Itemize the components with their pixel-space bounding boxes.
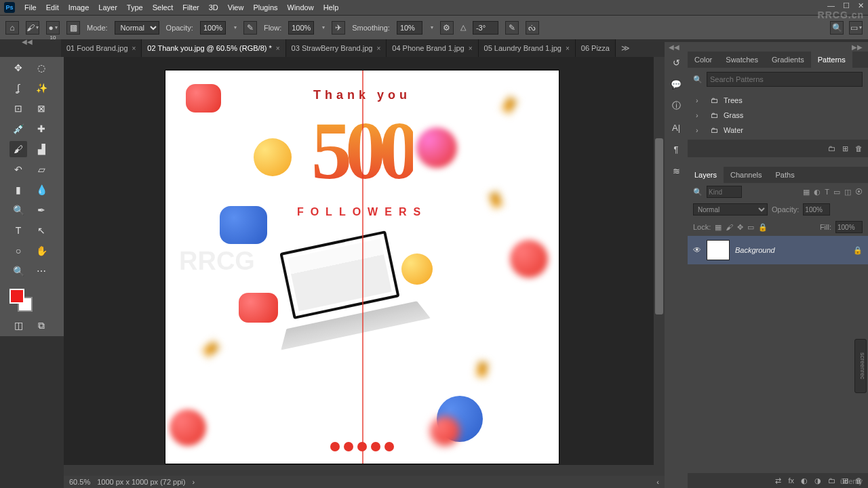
layer-background[interactable]: 👁 Background 🔒 [688, 236, 868, 264]
filter-type-icon[interactable]: T [825, 188, 829, 197]
blend-mode-select[interactable]: Normal [115, 21, 159, 35]
edit-toolbar[interactable]: ⋯ [33, 263, 50, 279]
filter-smart-icon[interactable]: ◫ [844, 188, 851, 197]
menu-select[interactable]: Select [153, 3, 174, 12]
mask-icon[interactable]: ◐ [801, 476, 808, 485]
collapse-icon[interactable]: ▶▶ [852, 43, 863, 51]
menu-view[interactable]: View [228, 3, 244, 12]
stamp-tool[interactable]: ▟ [33, 141, 50, 157]
brush-preset-icon[interactable]: 🖌▾ [26, 21, 39, 35]
menu-filter[interactable]: Filter [182, 3, 199, 12]
delete-icon[interactable]: 🗑 [855, 144, 863, 152]
dodge-tool[interactable]: 🔍 [9, 202, 27, 218]
lock-all-icon[interactable]: 🔒 [758, 223, 768, 232]
folder-grass[interactable]: ›🗀Grass [696, 111, 860, 119]
fx-icon[interactable]: fx [788, 476, 794, 485]
menu-plugins[interactable]: Plugins [253, 3, 277, 12]
collapse-icon[interactable]: ◀◀ [669, 43, 679, 51]
shape-tool[interactable]: ○ [9, 243, 27, 259]
close-icon[interactable]: × [376, 45, 380, 52]
smoothing-options-icon[interactable]: ⚙ [440, 21, 454, 35]
angle-input[interactable]: -3° [473, 21, 498, 35]
doc-info[interactable]: 1000 px x 1000 px (72 ppi) [97, 478, 185, 486]
doc-tab-01[interactable]: 01 Food Brand.jpg× [61, 39, 142, 57]
adjustments-icon[interactable]: ≋ [669, 164, 683, 178]
wand-tool[interactable]: ✨ [33, 80, 50, 96]
menu-image[interactable]: Image [68, 3, 90, 12]
layer-filter-input[interactable] [707, 186, 742, 198]
screenrec-widget[interactable]: screenrec [854, 339, 867, 393]
frame-tool[interactable]: ⊠ [33, 100, 50, 117]
screenmode-tool[interactable]: ⧉ [33, 317, 50, 333]
pressure-opacity-icon[interactable]: ✎ [243, 21, 257, 35]
layer-fill-input[interactable] [835, 221, 863, 233]
filter-adjust-icon[interactable]: ◐ [814, 188, 821, 197]
foreground-color[interactable] [9, 289, 24, 304]
tab-paths[interactable]: Paths [769, 167, 802, 183]
doc-tab-05[interactable]: 05 Laundry Brand 1.jpg× [479, 39, 576, 57]
tab-gradients[interactable]: Gradients [765, 52, 811, 68]
menu-layer[interactable]: Layer [98, 3, 117, 12]
new-folder-icon[interactable]: 🗀 [828, 144, 835, 152]
maximize-icon[interactable]: ☐ [843, 1, 850, 10]
eyedropper-tool[interactable]: 💉 [9, 121, 27, 137]
close-icon[interactable]: × [469, 45, 473, 52]
blur-tool[interactable]: 💧 [33, 182, 50, 198]
tab-layers[interactable]: Layers [688, 167, 724, 183]
link-icon[interactable]: ⇄ [775, 476, 781, 485]
lasso-tool[interactable]: ʆ [9, 80, 27, 96]
history-brush-tool[interactable]: ↶ [9, 161, 27, 178]
workspace-icon[interactable]: ▭▾ [849, 21, 863, 35]
doc-tab-06[interactable]: 06 Pizza [576, 39, 616, 57]
smoothing-input[interactable]: 10% [397, 21, 422, 35]
collapse-left-icon[interactable]: ◀◀ [22, 38, 33, 45]
layer-blend-select[interactable]: Normal [693, 203, 768, 216]
tab-overflow-icon[interactable]: ≫ [618, 43, 633, 53]
gradient-tool[interactable]: ▮ [9, 182, 27, 198]
pressure-size-icon[interactable]: ✎ [505, 21, 519, 35]
new-pattern-icon[interactable]: ⊞ [842, 144, 848, 153]
zoom-value[interactable]: 60.5% [69, 478, 90, 486]
vertical-scrollbar[interactable] [654, 57, 665, 476]
history-icon[interactable]: ↺ [669, 56, 683, 69]
lock-icon[interactable]: 🔒 [853, 246, 863, 255]
folder-water[interactable]: ›🗀Water [696, 126, 860, 134]
tab-patterns[interactable]: Patterns [811, 52, 852, 68]
filter-shape-icon[interactable]: ▭ [833, 188, 840, 197]
hand-tool[interactable]: ✋ [33, 243, 50, 259]
airbrush-icon[interactable]: ✈ [332, 21, 345, 35]
close-icon[interactable]: × [566, 45, 570, 52]
group-icon[interactable]: 🗀 [828, 476, 835, 485]
document-canvas[interactable]: Thank you 500 FOLLOWERS RRCG [165, 70, 559, 464]
pen-tool[interactable]: ✒ [33, 202, 50, 218]
new-layer-icon[interactable]: ⊞ [842, 476, 848, 485]
chevron-right-icon[interactable]: › [192, 478, 195, 486]
filter-toggle-icon[interactable]: ⦿ [855, 188, 863, 197]
marquee-tool[interactable]: ◌ [33, 60, 50, 76]
properties-icon[interactable]: ⓘ [669, 99, 683, 113]
flow-input[interactable]: 100% [288, 21, 314, 35]
pattern-search-input[interactable] [707, 72, 863, 87]
home-icon[interactable]: ⌂ [5, 21, 19, 35]
eraser-tool[interactable]: ▱ [33, 161, 50, 178]
character-icon[interactable]: A| [669, 121, 683, 134]
zoom-tool[interactable]: 🔍 [9, 263, 27, 279]
brush-settings-icon[interactable]: ▩ [66, 21, 80, 35]
brush-tip-icon[interactable]: ●▾10 [46, 21, 60, 35]
menu-edit[interactable]: Edit [46, 3, 59, 12]
menu-3d[interactable]: 3D [209, 3, 218, 12]
opacity-input[interactable]: 100% [200, 21, 226, 35]
horizontal-scrollbar[interactable] [64, 465, 654, 476]
menu-type[interactable]: Type [127, 3, 143, 12]
close-icon[interactable]: ✕ [858, 1, 864, 10]
quickmask-tool[interactable]: ◫ [9, 317, 27, 333]
symmetry-icon[interactable]: ᔔ [526, 21, 539, 35]
brush-tool[interactable]: 🖌 [9, 141, 27, 157]
folder-trees[interactable]: ›🗀Trees [696, 96, 860, 104]
close-icon[interactable]: × [132, 45, 136, 52]
visibility-icon[interactable]: 👁 [693, 245, 701, 255]
lock-paint-icon[interactable]: 🖌 [726, 223, 733, 231]
move-tool[interactable]: ✥ [9, 60, 27, 76]
chevron-left-icon[interactable]: ‹ [656, 478, 659, 486]
heal-tool[interactable]: ✚ [33, 121, 50, 137]
